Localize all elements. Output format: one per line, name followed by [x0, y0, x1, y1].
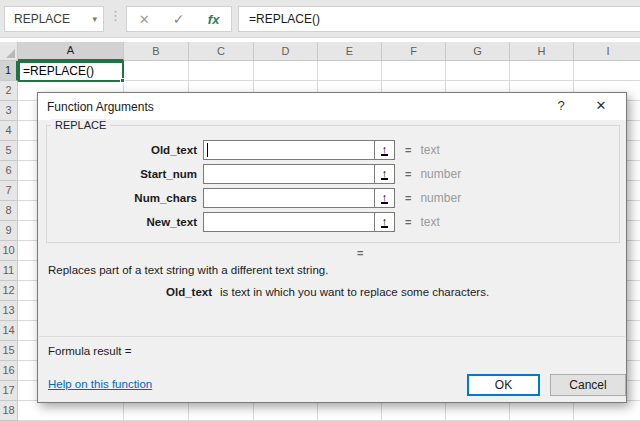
- cancel-entry-icon[interactable]: ✕: [139, 12, 150, 27]
- row-header-17[interactable]: 17: [0, 381, 18, 401]
- equals-sign: =: [405, 168, 411, 180]
- column-header-D[interactable]: D: [254, 42, 318, 61]
- argument-row: New_text ↑ = text: [47, 212, 619, 232]
- column-header-E[interactable]: E: [318, 42, 382, 61]
- row-header-14[interactable]: 14: [0, 321, 18, 341]
- collapse-dialog-icon: ↑: [381, 144, 389, 156]
- row-header-10[interactable]: 10: [0, 241, 18, 261]
- argument-input[interactable]: [203, 188, 375, 208]
- argument-label: Old_text: [47, 144, 197, 156]
- row-header-8[interactable]: 8: [0, 201, 18, 221]
- help-on-function-link[interactable]: Help on this function: [48, 378, 152, 390]
- column-header-I[interactable]: I: [574, 42, 640, 61]
- row-header-16[interactable]: 16: [0, 361, 18, 381]
- argument-row: Start_num ↑ = number: [47, 164, 619, 184]
- text-caret: [207, 143, 208, 157]
- row-header-13[interactable]: 13: [0, 301, 18, 321]
- equals-sign: =: [405, 144, 411, 156]
- collapse-dialog-icon: ↑: [381, 168, 389, 180]
- group-label: REPLACE: [51, 119, 110, 131]
- column-header-row: ABCDEFGHI: [0, 42, 640, 61]
- argument-input[interactable]: [203, 212, 375, 232]
- close-icon[interactable]: ✕: [588, 98, 614, 116]
- argument-label: Start_num: [47, 168, 197, 180]
- collapse-dialog-icon: ↑: [381, 192, 389, 204]
- function-arguments-dialog: Function Arguments ? ✕ REPLACE Old_text …: [37, 92, 627, 403]
- row-header-7[interactable]: 7: [0, 181, 18, 201]
- row-header-2[interactable]: 2: [0, 81, 18, 101]
- row-header-12[interactable]: 12: [0, 281, 18, 301]
- row-header-1[interactable]: 1: [0, 61, 18, 81]
- argument-input[interactable]: [203, 164, 375, 184]
- row-header-9[interactable]: 9: [0, 221, 18, 241]
- argument-label: Num_chars: [47, 192, 197, 204]
- function-description: Replaces part of a text string with a di…: [48, 264, 328, 276]
- argument-row: Old_text ↑ = text: [47, 140, 619, 160]
- collapse-dialog-button[interactable]: ↑: [374, 140, 395, 160]
- cancel-button[interactable]: Cancel: [550, 374, 626, 396]
- equals-sign: =: [405, 216, 411, 228]
- row-header-5[interactable]: 5: [0, 141, 18, 161]
- insert-function-icon[interactable]: fx: [208, 12, 220, 27]
- argument-rows: Old_text ↑ = text Start_num ↑ = number N…: [47, 140, 619, 236]
- row-header-column: 123456789101112131415161718: [0, 61, 18, 421]
- ok-button[interactable]: OK: [467, 374, 540, 396]
- argument-type-hint: number: [420, 191, 461, 205]
- selected-cell-a1[interactable]: =REPLACE(): [18, 61, 124, 82]
- name-box[interactable]: REPLACE ▾: [4, 6, 104, 32]
- collapse-dialog-icon: ↑: [381, 216, 389, 228]
- confirm-entry-icon[interactable]: ✓: [173, 11, 185, 27]
- row-header-6[interactable]: 6: [0, 161, 18, 181]
- column-header-F[interactable]: F: [382, 42, 446, 61]
- fill-handle[interactable]: [120, 78, 125, 83]
- row-header-15[interactable]: 15: [0, 341, 18, 361]
- collapse-dialog-button[interactable]: ↑: [374, 188, 395, 208]
- help-icon[interactable]: ?: [548, 98, 574, 116]
- argument-help-body: is text in which you want to replace som…: [220, 286, 489, 298]
- footer-divider: [39, 336, 625, 337]
- dialog-title: Function Arguments: [47, 100, 154, 114]
- more-options-icon: ⋮: [108, 8, 122, 23]
- formula-bar-input[interactable]: =REPLACE(): [238, 6, 640, 32]
- formula-toolbar: REPLACE ▾ ⋮ ✕ ✓ fx =REPLACE(): [0, 0, 640, 38]
- name-box-value: REPLACE: [14, 12, 70, 26]
- equals-sign: =: [405, 192, 411, 204]
- formula-button-group: ✕ ✓ fx: [126, 6, 232, 32]
- row-header-18[interactable]: 18: [0, 401, 18, 421]
- collapse-dialog-button[interactable]: ↑: [374, 212, 395, 232]
- replace-group-box: REPLACE Old_text ↑ = text Start_num ↑ = …: [46, 125, 620, 243]
- argument-type-hint: text: [420, 143, 439, 157]
- argument-label: New_text: [47, 216, 197, 228]
- row-header-11[interactable]: 11: [0, 261, 18, 281]
- argument-help-text: Old_textis text in which you want to rep…: [166, 286, 489, 298]
- chevron-down-icon[interactable]: ▾: [92, 14, 97, 24]
- row-header-4[interactable]: 4: [0, 121, 18, 141]
- column-header-A[interactable]: A: [18, 42, 124, 61]
- result-equals: =: [357, 247, 363, 259]
- formula-result-label: Formula result =: [48, 345, 131, 357]
- formula-text: =REPLACE(): [249, 12, 320, 26]
- column-header-B[interactable]: B: [124, 42, 189, 61]
- cell-a1-value: =REPLACE(): [23, 64, 94, 78]
- column-header-C[interactable]: C: [189, 42, 254, 61]
- argument-type-hint: number: [420, 167, 461, 181]
- argument-help-label: Old_text: [166, 286, 212, 298]
- argument-row: Num_chars ↑ = number: [47, 188, 619, 208]
- column-header-H[interactable]: H: [510, 42, 574, 61]
- row-header-3[interactable]: 3: [0, 101, 18, 121]
- column-header-G[interactable]: G: [446, 42, 510, 61]
- argument-input[interactable]: [203, 140, 375, 160]
- argument-type-hint: text: [420, 215, 439, 229]
- collapse-dialog-button[interactable]: ↑: [374, 164, 395, 184]
- dialog-titlebar[interactable]: Function Arguments: [38, 93, 626, 120]
